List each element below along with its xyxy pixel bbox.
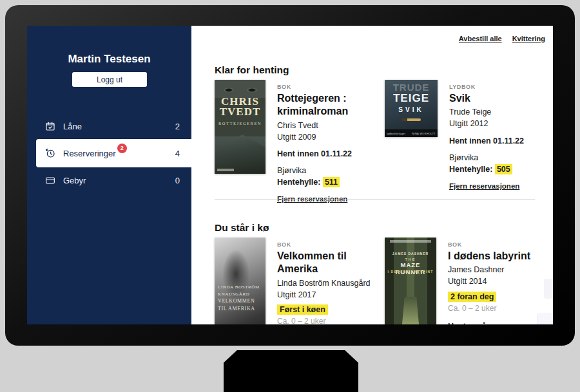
card-row: CHRISTVEDT ROTTEJEGEREN BOK Rottejegeren… [215, 80, 535, 204]
cover-author: TEIGE [385, 92, 438, 105]
header-actions: Avbestill alle Kvittering [459, 35, 545, 42]
card-info: BOK Rottejegeren : kriminalroman Chris T… [277, 80, 375, 204]
pickup-label: Hentes på: [448, 322, 546, 324]
sidebar-item-label: Gebyr [63, 176, 86, 185]
pickup-deadline: Hent innen 01.11.22 [277, 149, 375, 158]
cover-maze-corridor-art [401, 297, 420, 324]
cover-author: CHRISTVEDT [215, 97, 266, 117]
book-published: Utgitt 2012 [449, 119, 547, 129]
media-type-label: BOK [277, 84, 375, 90]
library-branch: Bjørvika [277, 166, 375, 176]
clock-reserve-icon [45, 148, 55, 158]
media-type-label: BOK [277, 241, 375, 248]
monitor-stand [224, 350, 358, 392]
cancel-all-link[interactable]: Avbestill alle [459, 35, 502, 42]
sidebar-item-label: Reserveringer [63, 149, 116, 158]
shelf-number: 511 [323, 177, 340, 187]
card-info: BOK Velkommen til Amerika Linda Boström … [277, 238, 375, 324]
queue-card: JAMES DASHNER THE MAZE RUNNER I DØDENS L… [385, 238, 553, 324]
receipt-link[interactable]: Kvittering [512, 35, 545, 42]
credit-card-icon [45, 175, 55, 185]
cover-bottom-bar: lydbokforlaget NINA WOXHOLTT [385, 129, 438, 137]
app-window: Martin Testesen Logg ut Låne 2 Reserveri… [27, 26, 553, 324]
sidebar: Martin Testesen Logg ut Låne 2 Reserveri… [27, 26, 191, 324]
book-published: Utgitt 2017 [277, 290, 375, 300]
shelf-row: Hentehylle: 505 [449, 165, 547, 174]
shelf-number: 505 [495, 164, 512, 174]
book-title: Rottejegeren : kriminalroman [277, 92, 375, 118]
cover-author-line: KNAUSGÅRD [218, 292, 249, 297]
cover-knife-art [401, 118, 421, 121]
card-info: LYDBOK Svik Trude Teige Utgitt 2012 Hent… [449, 80, 547, 204]
cover-subtitle: I DØDENS LABYRINT [385, 270, 436, 274]
section-in-queue: Du står i kø LINDA BOSTRÖM KNAUSGÅRD VEL… [215, 222, 535, 324]
cover-publisher: lydbokforlaget [387, 132, 405, 135]
sidebar-item-reserveringer[interactable]: Reserveringer 2 4 [36, 139, 191, 167]
wait-estimate: Ca. 0 – 2 uker [277, 317, 375, 324]
sidebar-item-count: 0 [175, 176, 180, 185]
book-cover-amerika: LINDA BOSTRÖM KNAUSGÅRD VELKOMMEN TIL AM… [215, 238, 266, 324]
cover-title: SVIK [385, 106, 438, 113]
cover-author: JAMES DASHNER [385, 252, 436, 256]
remove-reservation-link[interactable]: Fjern reservasjonen [449, 182, 519, 190]
book-author: Trude Teige [449, 107, 547, 117]
book-cover-svik: TRUDE TEIGE SVIK lydbokforlaget NINA WOX… [385, 80, 438, 137]
cover-title: ROTTEJEGEREN [215, 121, 266, 126]
queue-card: LINDA BOSTRÖM KNAUSGÅRD VELKOMMEN TIL AM… [215, 238, 385, 324]
cover-top-band [390, 240, 431, 243]
cover-publisher-mark [217, 169, 234, 171]
scrollbar-thumb[interactable] [544, 279, 552, 299]
reservation-card: TRUDE TEIGE SVIK lydbokforlaget NINA WOX… [385, 80, 553, 204]
book-title: I dødens labyrint [448, 250, 546, 263]
cover-title-line: VELKOMMEN [218, 298, 255, 304]
queue-position-badge: 2 foran deg [448, 292, 496, 302]
queue-position-badge: Først i køen [277, 304, 328, 315]
shelf-row: Hentehylle: 511 [277, 178, 375, 187]
cover-author-line: LINDA BOSTRÖM [218, 285, 260, 290]
main-content: Avbestill alle Kvittering Klar for henti… [191, 26, 553, 324]
media-type-label: LYDBOK [449, 84, 547, 90]
cover-title-line: TIL AMERIKA [218, 306, 255, 312]
sidebar-item-gebyr[interactable]: Gebyr 0 [27, 167, 191, 193]
section-divider [215, 200, 535, 200]
book-published: Utgitt 2014 [448, 277, 546, 286]
section-title: Du står i kø [215, 222, 535, 234]
reservation-card: CHRISTVEDT ROTTEJEGEREN BOK Rottejegeren… [215, 80, 385, 204]
book-published: Utgitt 2009 [277, 133, 375, 142]
monitor-frame: Martin Testesen Logg ut Låne 2 Reserveri… [5, 5, 575, 346]
sidebar-item-count: 4 [175, 149, 180, 158]
partial-offscreen-element [537, 313, 552, 324]
media-type-label: BOK [448, 241, 546, 248]
library-branch: Bjørvika [449, 153, 547, 163]
pickup-deadline: Hent innen 01.11.22 [449, 136, 547, 145]
section-title: Klar for henting [215, 64, 535, 76]
section-ready-for-pickup: Klar for henting CHRISTVEDT ROTTEJEGEREN… [215, 64, 535, 204]
book-title: Svik [449, 92, 547, 105]
notification-badge: 2 [117, 144, 127, 153]
book-cover-rottejegeren: CHRISTVEDT ROTTEJEGEREN [215, 80, 266, 174]
cover-narrator: NINA WOXHOLTT [412, 132, 436, 135]
wait-estimate: Ca. 0 – 2 uker [448, 304, 546, 313]
card-info: BOK I dødens labyrint James Dashner Utgi… [448, 238, 546, 324]
user-name: Martin Testesen [27, 53, 191, 66]
book-title: Velkommen til Amerika [277, 250, 375, 276]
book-author: Linda Boström Knausgård [277, 279, 375, 288]
sidebar-item-label: Låne [63, 122, 82, 131]
sidebar-item-lane[interactable]: Låne 2 [27, 113, 191, 139]
book-author: James Dashner [448, 265, 546, 275]
cover-author-faded: TRUDE [385, 82, 438, 93]
book-author: Chris Tvedt [277, 121, 375, 131]
cover-text: LINDA BOSTRÖM KNAUSGÅRD VELKOMMEN TIL AM… [215, 284, 266, 313]
sidebar-nav: Låne 2 Reserveringer 2 4 Gebyr 0 [27, 113, 191, 193]
card-row: LINDA BOSTRÖM KNAUSGÅRD VELKOMMEN TIL AM… [215, 238, 535, 324]
sidebar-item-count: 2 [175, 122, 180, 131]
shelf-label: Hentehylle: [449, 165, 492, 174]
book-cover-labyrint: JAMES DASHNER THE MAZE RUNNER I DØDENS L… [385, 238, 436, 324]
logout-button[interactable]: Logg ut [72, 72, 147, 87]
calendar-check-icon [45, 121, 55, 131]
shelf-label: Hentehylle: [277, 178, 320, 187]
cover-house-art [215, 131, 266, 174]
